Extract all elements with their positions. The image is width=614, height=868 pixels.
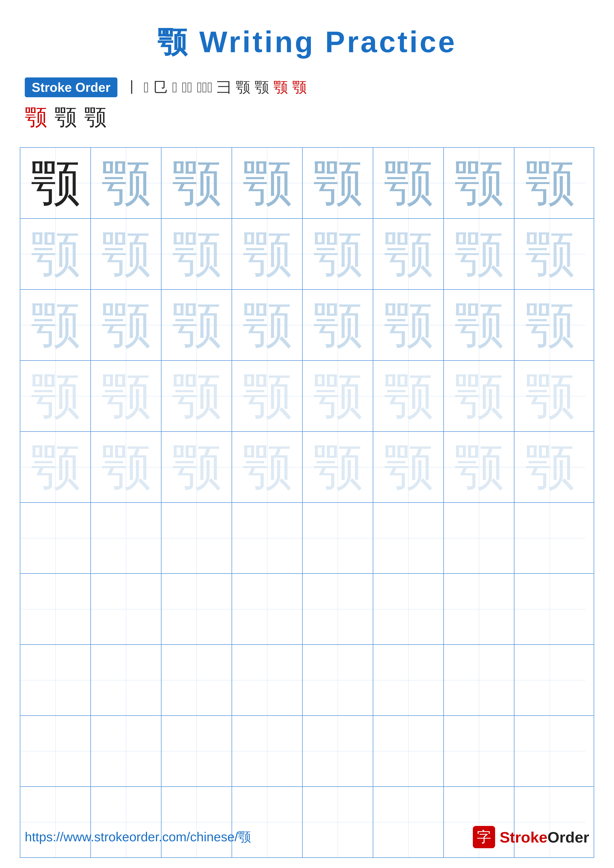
grid-cell-6-2[interactable] — [91, 503, 162, 573]
grid-cell-8-1[interactable] — [20, 645, 91, 715]
grid-cell-7-6[interactable] — [373, 574, 444, 644]
char-light: 颚 — [384, 301, 433, 350]
grid-cell-9-6[interactable] — [373, 716, 444, 786]
grid-cell-9-4[interactable] — [232, 716, 303, 786]
grid-cell-3-5[interactable]: 颚 — [303, 290, 373, 360]
grid-cell-8-5[interactable] — [303, 645, 373, 715]
stroke-sequence: 丨 𠃌 㔾 𠄎 𠄎𠄎 𠄎𠄎𠄎 彐 颚 颚 颚 颚 — [125, 78, 307, 97]
grid-cell-6-8[interactable] — [515, 503, 585, 573]
grid-cell-9-7[interactable] — [444, 716, 515, 786]
grid-cell-2-4[interactable]: 颚 — [232, 219, 303, 289]
grid-row-9 — [20, 716, 594, 787]
grid-cell-5-4[interactable]: 颚 — [232, 432, 303, 502]
stroke-step-1: 丨 — [125, 78, 139, 97]
char-very-light: 颚 — [384, 371, 433, 421]
grid-cell-1-7[interactable]: 颚 — [444, 148, 515, 218]
grid-cell-8-3[interactable] — [162, 645, 232, 715]
stroke-order-badge: Stroke Order — [25, 78, 117, 97]
grid-cell-1-4[interactable]: 颚 — [232, 148, 303, 218]
brand-icon-char: 字 — [477, 828, 491, 847]
grid-cell-2-8[interactable]: 颚 — [515, 219, 585, 289]
grid-cell-8-7[interactable] — [444, 645, 515, 715]
grid-cell-4-3[interactable]: 颚 — [162, 361, 232, 431]
grid-cell-5-8[interactable]: 颚 — [515, 432, 585, 502]
preview-char-2: 颚 — [54, 102, 77, 132]
char-light: 颚 — [101, 229, 151, 279]
grid-cell-1-2[interactable]: 颚 — [91, 148, 162, 218]
grid-cell-4-6[interactable]: 颚 — [373, 361, 444, 431]
footer-url[interactable]: https://www.strokeorder.com/chinese/颚 — [25, 828, 251, 846]
grid-cell-8-6[interactable] — [373, 645, 444, 715]
grid-cell-5-7[interactable]: 颚 — [444, 432, 515, 502]
grid-cell-8-8[interactable] — [515, 645, 585, 715]
grid-cell-3-7[interactable]: 颚 — [444, 290, 515, 360]
grid-cell-5-5[interactable]: 颚 — [303, 432, 373, 502]
grid-cell-7-5[interactable] — [303, 574, 373, 644]
grid-cell-6-4[interactable] — [232, 503, 303, 573]
grid-cell-1-8[interactable]: 颚 — [515, 148, 585, 218]
grid-cell-4-4[interactable]: 颚 — [232, 361, 303, 431]
grid-cell-4-1[interactable]: 颚 — [20, 361, 91, 431]
grid-row-6 — [20, 503, 594, 574]
grid-cell-9-1[interactable] — [20, 716, 91, 786]
grid-cell-2-5[interactable]: 颚 — [303, 219, 373, 289]
grid-cell-4-7[interactable]: 颚 — [444, 361, 515, 431]
grid-cell-5-1[interactable]: 颚 — [20, 432, 91, 502]
grid-cell-7-3[interactable] — [162, 574, 232, 644]
grid-cell-3-8[interactable]: 颚 — [515, 290, 585, 360]
grid-cell-4-5[interactable]: 颚 — [303, 361, 373, 431]
grid-cell-1-3[interactable]: 颚 — [162, 148, 232, 218]
grid-cell-1-5[interactable]: 颚 — [303, 148, 373, 218]
grid-cell-3-1[interactable]: 颚 — [20, 290, 91, 360]
grid-cell-1-6[interactable]: 颚 — [373, 148, 444, 218]
brand-icon: 字 — [473, 826, 495, 848]
char-medium: 颚 — [242, 158, 292, 208]
grid-cell-1-1[interactable]: 颚 — [20, 148, 91, 218]
grid-cell-7-8[interactable] — [515, 574, 585, 644]
grid-cell-5-3[interactable]: 颚 — [162, 432, 232, 502]
grid-cell-3-2[interactable]: 颚 — [91, 290, 162, 360]
grid-row-8 — [20, 645, 594, 716]
char-very-light: 颚 — [313, 442, 362, 492]
char-light: 颚 — [525, 229, 575, 279]
grid-cell-7-7[interactable] — [444, 574, 515, 644]
grid-cell-8-2[interactable] — [91, 645, 162, 715]
grid-cell-2-7[interactable]: 颚 — [444, 219, 515, 289]
grid-cell-9-3[interactable] — [162, 716, 232, 786]
char-very-light: 颚 — [31, 371, 80, 421]
grid-cell-6-5[interactable] — [303, 503, 373, 573]
stroke-order-section: Stroke Order 丨 𠃌 㔾 𠄎 𠄎𠄎 𠄎𠄎𠄎 彐 颚 颚 颚 颚 — [25, 78, 589, 97]
grid-cell-3-4[interactable]: 颚 — [232, 290, 303, 360]
grid-cell-3-3[interactable]: 颚 — [162, 290, 232, 360]
grid-cell-9-5[interactable] — [303, 716, 373, 786]
char-light: 颚 — [525, 301, 575, 350]
grid-cell-7-2[interactable] — [91, 574, 162, 644]
grid-cell-7-4[interactable] — [232, 574, 303, 644]
grid-cell-5-6[interactable]: 颚 — [373, 432, 444, 502]
grid-cell-6-3[interactable] — [162, 503, 232, 573]
stroke-step-3: 㔾 — [153, 78, 168, 97]
char-light: 颚 — [31, 229, 80, 279]
grid-cell-9-2[interactable] — [91, 716, 162, 786]
char-light: 颚 — [384, 229, 433, 279]
grid-cell-9-8[interactable] — [515, 716, 585, 786]
grid-cell-2-2[interactable]: 颚 — [91, 219, 162, 289]
grid-cell-6-1[interactable] — [20, 503, 91, 573]
grid-cell-4-2[interactable]: 颚 — [91, 361, 162, 431]
grid-cell-3-6[interactable]: 颚 — [373, 290, 444, 360]
grid-cell-6-7[interactable] — [444, 503, 515, 573]
grid-cell-8-4[interactable] — [232, 645, 303, 715]
grid-cell-5-2[interactable]: 颚 — [91, 432, 162, 502]
char-light: 颚 — [172, 229, 221, 279]
practice-grid: 颚 颚 颚 颚 颚 颚 颚 颚 颚 颚 颚 — [20, 147, 594, 858]
grid-cell-2-1[interactable]: 颚 — [20, 219, 91, 289]
grid-cell-2-6[interactable]: 颚 — [373, 219, 444, 289]
char-very-light: 颚 — [31, 442, 80, 492]
char-very-light: 颚 — [525, 442, 575, 492]
grid-cell-7-1[interactable] — [20, 574, 91, 644]
grid-cell-2-3[interactable]: 颚 — [162, 219, 232, 289]
char-very-light: 颚 — [525, 371, 575, 421]
char-medium: 颚 — [384, 158, 433, 208]
grid-cell-6-6[interactable] — [373, 503, 444, 573]
grid-cell-4-8[interactable]: 颚 — [515, 361, 585, 431]
